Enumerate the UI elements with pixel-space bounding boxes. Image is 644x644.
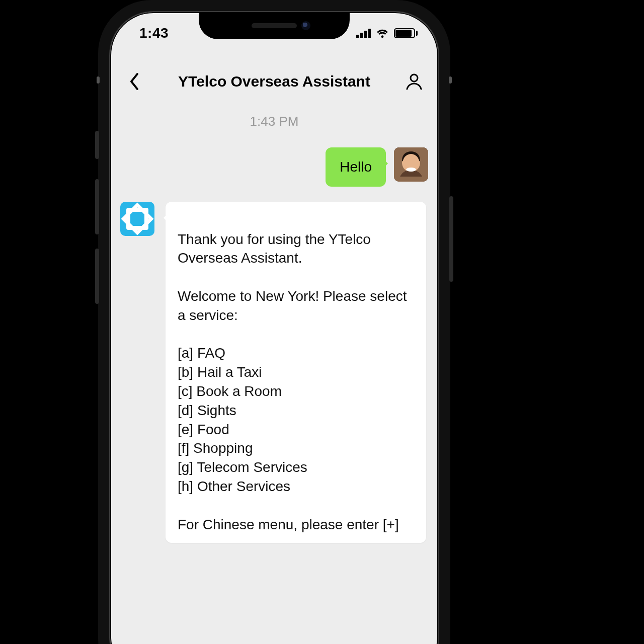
status-time: 1:43 (139, 25, 169, 41)
phone-frame: 1:43 (98, 0, 450, 644)
notch (199, 12, 350, 39)
chat-timestamp: 1:43 PM (120, 114, 428, 129)
edge-accent (449, 76, 452, 84)
person-icon (405, 72, 423, 91)
bot-message-text: Thank you for using the YTelco Overseas … (178, 231, 407, 532)
nav-header: YTelco Overseas Assistant (110, 60, 438, 103)
front-camera (301, 21, 310, 30)
page-title: YTelco Overseas Assistant (178, 73, 370, 90)
power-button (449, 196, 453, 282)
user-message-bubble[interactable]: Hello (326, 147, 386, 187)
bot-avatar[interactable] (120, 202, 154, 236)
cellular-signal-icon (356, 28, 371, 38)
svg-point-2 (406, 168, 416, 172)
user-avatar[interactable] (394, 147, 428, 182)
message-row-user: Hello (120, 147, 428, 187)
svg-point-0 (411, 74, 418, 82)
chat-area[interactable]: 1:43 PM Hello (110, 105, 438, 644)
speaker-grille (252, 23, 297, 28)
battery-icon (394, 28, 415, 38)
back-button[interactable] (123, 70, 145, 93)
user-message-text: Hello (340, 159, 372, 175)
volume-down-button (95, 249, 99, 304)
wifi-icon (376, 28, 389, 38)
volume-up-button (95, 179, 99, 234)
profile-button[interactable] (403, 70, 425, 93)
edge-accent (97, 76, 100, 84)
chevron-left-icon (129, 72, 140, 91)
phone-screen: 1:43 (110, 12, 438, 644)
mute-switch (95, 131, 99, 159)
bot-message-bubble[interactable]: Thank you for using the YTelco Overseas … (166, 202, 426, 543)
message-row-bot: Thank you for using the YTelco Overseas … (120, 202, 428, 543)
